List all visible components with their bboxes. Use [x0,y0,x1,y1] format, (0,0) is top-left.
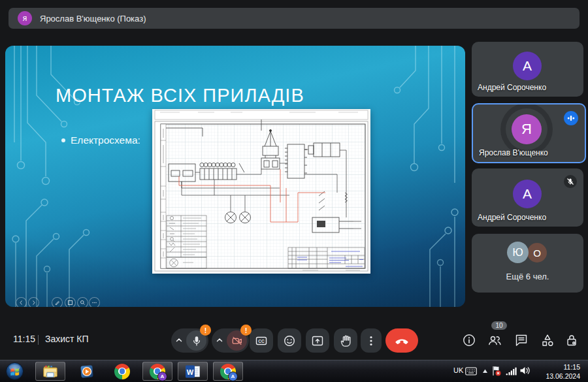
camera-options-chevron-icon[interactable] [215,336,224,345]
show-hidden-icons-button[interactable] [482,369,488,374]
meeting-name: Захист КП [45,334,89,344]
tray-time: 11:15 [533,362,580,372]
word-icon: W [185,364,201,379]
avatar: А [513,52,542,80]
mic-icon [191,335,203,347]
meeting-time: 11:15 [13,334,35,344]
participant-tile-1[interactable]: А Андрей Сороченко [472,42,583,97]
electrical-schematic-image [152,109,370,274]
slide-title: МОНТАЖ ВСІХ ПРИЛАДІВ [56,85,304,106]
avatar: Я [512,114,542,144]
presenter-avatar: я [18,11,32,25]
lock-icon [564,333,579,347]
participant-name: Ярослав В'ющенко [479,148,548,157]
show-participants-button[interactable] [487,333,502,347]
presenter-avatar-letter: я [23,14,27,23]
start-button[interactable] [3,362,25,381]
more-vertical-icon [365,334,378,347]
end-call-button[interactable] [385,328,418,353]
mic-alert-badge: ! [200,325,211,336]
pen-tool-button[interactable] [52,297,63,307]
host-controls-button[interactable] [564,333,579,347]
presenter-name: Ярослав В'ющенко (Показ) [40,14,146,24]
mic-muted-icon [564,175,577,188]
chrome-icon [114,364,130,379]
avatar-letter: О [533,247,541,259]
shared-screen-tile[interactable]: МОНТАЖ ВСІХ ПРИЛАДІВ Електросхема: [5,46,465,307]
next-slide-button[interactable] [28,297,39,307]
taskbar-item-word[interactable]: W [178,362,208,381]
tray-date: 13.06.2024 [533,372,580,381]
taskbar-item-chrome-profile-2[interactable]: A [213,362,243,381]
chrome-profile-badge: A [157,372,167,381]
people-icon [487,333,502,347]
camera-off-icon [231,335,243,347]
participant-tile-2-speaking[interactable]: Я Ярослав В'ющенко [472,103,586,163]
participant-name: Андрей Сороченко [478,213,546,222]
participant-tile-overflow[interactable]: Ю О Ещё 6 чел. [472,234,583,293]
avatar-letter: А [523,58,532,74]
camera-control-group[interactable]: ! [212,328,249,353]
windows-logo-icon [5,362,24,381]
participant-tile-3[interactable]: А Андрей Сороченко [472,168,583,227]
captions-button[interactable]: CC [250,328,273,353]
chrome-icon: A [220,364,236,379]
zoom-tool-button[interactable] [77,297,88,307]
clock[interactable]: 11:15 13.06.2024 [533,362,580,381]
end-call-icon [394,333,410,349]
overflow-participants-label: Ещё 6 чел. [472,272,583,281]
mic-control-group[interactable]: ! [171,328,208,353]
avatar: Ю [507,242,529,263]
svg-text:W: W [187,368,194,375]
slide-bullet-text: Електросхема: [71,135,140,146]
file-explorer-icon [42,364,59,379]
raise-hand-button[interactable] [334,328,357,353]
meeting-details-button[interactable] [462,333,476,347]
captions-icon: CC [255,334,268,347]
chat-button[interactable] [514,333,529,347]
language-indicator[interactable]: UK [453,366,463,374]
avatar: О [527,243,547,263]
network-signal-icon[interactable] [506,367,517,375]
bullet-icon [61,138,65,142]
volume-icon[interactable] [519,366,531,375]
avatar-letter: А [523,186,532,202]
chat-icon [514,333,529,347]
chrome-profile-badge: A [228,372,238,381]
participant-count-badge: 10 [491,321,507,330]
activities-icon [540,333,555,347]
google-meet-window: я Ярослав В'ющенко (Показ) [0,0,588,382]
more-options-slideshow-button[interactable] [89,297,100,307]
avatar-letter: Ю [512,247,523,259]
svg-text:CC: CC [258,338,265,343]
camera-alert-badge: ! [240,325,252,336]
taskbar-item-chrome-profile-1[interactable]: A [142,362,172,381]
present-icon [311,334,324,347]
speaking-indicator-icon [564,111,578,125]
show-slides-button[interactable] [65,297,76,307]
presenter-banner: я Ярослав В'ющенко (Показ) [8,8,580,29]
divider [38,335,39,345]
chrome-icon: A [150,364,165,379]
slide-bullet-item: Електросхема: [61,135,140,146]
present-screen-button[interactable] [306,328,329,353]
schematic-drawing [152,109,370,274]
raise-hand-icon [339,334,352,347]
more-options-button[interactable] [361,328,382,353]
activities-button[interactable] [540,333,555,347]
reactions-button[interactable] [278,328,301,353]
avatar: А [513,180,542,208]
media-player-icon [79,364,95,379]
taskbar-item-media-player[interactable] [72,362,102,381]
taskbar-item-chrome[interactable] [107,362,137,381]
participant-name: Андрей Сороченко [478,83,546,92]
avatar-letter: Я [521,121,532,138]
mic-options-chevron-icon[interactable] [174,336,184,345]
action-center-flag-icon[interactable] [491,365,502,377]
smiley-icon [283,334,296,347]
keyboard-layout-icon[interactable] [465,367,477,375]
info-icon [462,333,476,347]
prev-slide-button[interactable] [16,297,27,307]
windows-taskbar: A W A UK [0,360,588,382]
taskbar-item-file-explorer[interactable] [35,362,65,381]
